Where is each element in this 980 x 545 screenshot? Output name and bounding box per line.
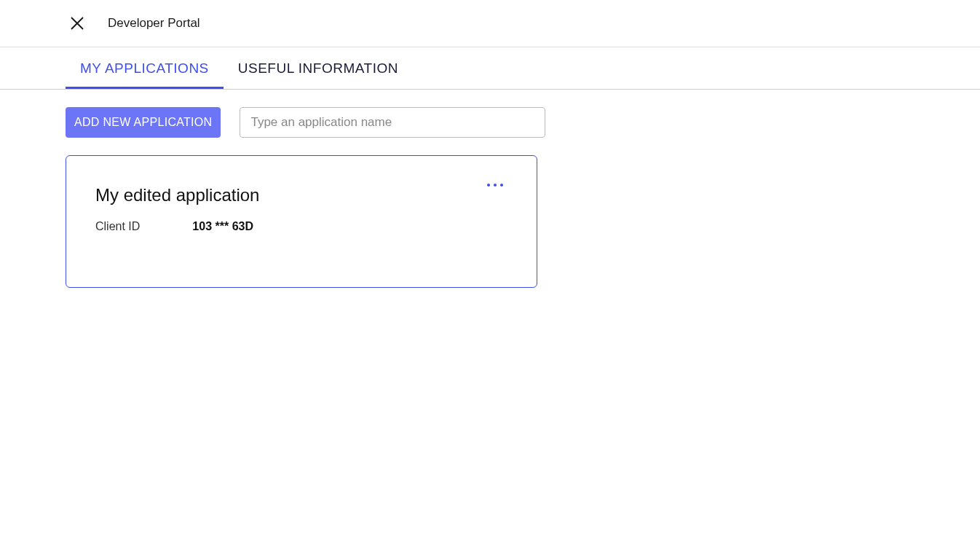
tab-my-applications[interactable]: MY APPLICATIONS bbox=[66, 47, 224, 89]
application-list: My edited application Client ID 103 *** … bbox=[0, 138, 980, 288]
client-id-row: Client ID 103 *** 63D bbox=[95, 220, 507, 233]
page-title: Developer Portal bbox=[108, 16, 200, 31]
tabs: MY APPLICATIONS USEFUL INFORMATION bbox=[0, 47, 980, 90]
application-card[interactable]: My edited application Client ID 103 *** … bbox=[66, 155, 537, 288]
application-name: My edited application bbox=[95, 185, 507, 205]
more-icon[interactable] bbox=[487, 184, 503, 187]
add-new-application-button[interactable]: ADD NEW APPLICATION bbox=[66, 107, 221, 138]
tab-useful-information[interactable]: USEFUL INFORMATION bbox=[224, 47, 413, 89]
toolbar: ADD NEW APPLICATION bbox=[0, 90, 980, 138]
close-icon[interactable] bbox=[70, 16, 84, 31]
header: Developer Portal bbox=[0, 0, 980, 47]
client-id-label: Client ID bbox=[95, 220, 140, 233]
client-id-value: 103 *** 63D bbox=[192, 220, 253, 233]
search-input[interactable] bbox=[240, 107, 545, 138]
